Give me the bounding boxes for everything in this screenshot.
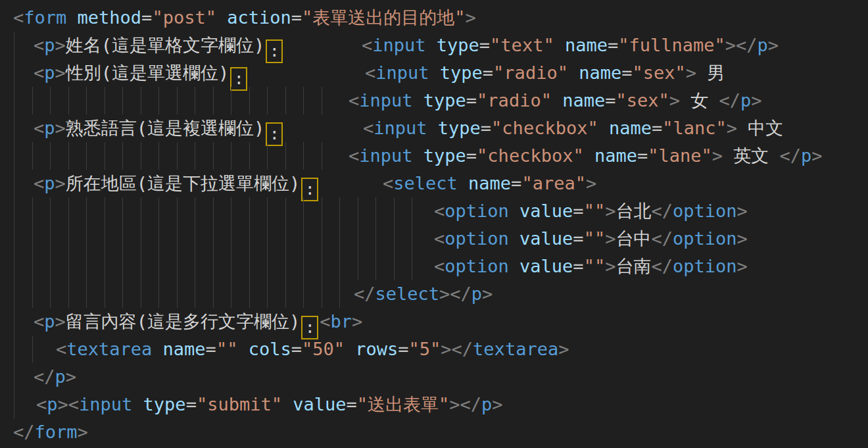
code-token-text <box>132 394 143 414</box>
code-token-attr: name <box>609 118 652 138</box>
code-token-text: 台南 <box>615 256 651 276</box>
code-line[interactable]: </p> <box>0 363 868 391</box>
code-token-str: "radio" <box>477 90 552 111</box>
code-token-tag: option <box>445 201 509 221</box>
code-line[interactable]: <p>熟悉語言(這是複選欄位):<input type="checkbox" n… <box>0 114 868 142</box>
indent-guide <box>14 197 14 225</box>
code-token-punct: < <box>434 228 445 249</box>
code-line[interactable]: <p>所在地區(這是下拉選單欄位):<select name="area"> <box>0 170 868 197</box>
indent-guide <box>231 87 231 114</box>
code-token-punct: > <box>736 256 747 276</box>
indent-guide <box>195 253 195 280</box>
code-token-tag: form <box>35 422 78 442</box>
code-line[interactable]: <form method="post" action="表單送出的目的地"> <box>0 4 868 32</box>
code-token-punct: ></ <box>439 284 471 304</box>
indent-guide <box>14 170 14 197</box>
code-token-attr: rows <box>355 339 398 359</box>
indent-guide <box>14 336 14 363</box>
code-line[interactable]: <p>姓名(這是單格文字欄位):<input type="text" name=… <box>0 32 868 59</box>
indent-guide <box>322 197 322 225</box>
indent-guide <box>158 253 159 280</box>
code-token-punct: </ <box>719 90 741 111</box>
code-line[interactable]: <input type="checkbox" name="lane"> 英文 <… <box>0 142 868 170</box>
code-token-tag: p <box>44 118 55 138</box>
indent-guide <box>32 280 33 308</box>
indent-guide <box>14 114 14 142</box>
code-segment: <input type="text" name="fullname"></p> <box>362 32 779 59</box>
code-line[interactable]: <p><input type="submit" value="送出表單"></p… <box>0 391 868 418</box>
code-line[interactable]: <option value="">台南</option> <box>0 253 868 280</box>
indent-guide <box>412 197 412 225</box>
code-token-tag: p <box>44 173 55 193</box>
code-token-eq: = <box>605 90 615 111</box>
indent-guide <box>249 197 250 225</box>
code-token-attr: type <box>423 90 466 111</box>
code-token-tag: input <box>79 394 132 414</box>
code-token-punct: < <box>363 118 374 138</box>
indent-guide <box>285 197 286 225</box>
indent-guide <box>141 225 141 253</box>
indent-guide <box>158 280 159 308</box>
code-line[interactable]: <option value="">台中</option> <box>0 225 868 253</box>
code-token-text <box>458 173 468 193</box>
code-segment: </p> <box>34 363 76 391</box>
indent-guide <box>50 253 51 280</box>
indent-guide <box>231 225 231 253</box>
indent-guide <box>105 225 105 253</box>
code-line[interactable]: <textarea name="" cols="50" rows="5"></t… <box>0 336 868 363</box>
indent-guide <box>122 225 123 253</box>
code-segment: <p>留言內容(這是多行文字欄位):<br> <box>34 308 362 339</box>
code-line[interactable]: <p>留言內容(這是多行文字欄位):<br> <box>0 308 868 336</box>
indent-guide <box>141 142 141 170</box>
code-token-eq: = <box>291 339 302 359</box>
code-token-punct: < <box>349 90 359 111</box>
code-token-attr: name <box>594 145 637 166</box>
code-token-str: "sex" <box>632 62 685 83</box>
code-token-text: 姓名(這是單格文字欄位) <box>66 35 265 55</box>
code-segment: <p>姓名(這是單格文字欄位): <box>34 32 284 63</box>
code-token-str: "area" <box>521 173 586 193</box>
indent-guide <box>68 87 69 114</box>
code-line[interactable]: </form> <box>0 418 868 446</box>
indent-guide <box>141 253 141 280</box>
indent-guide <box>322 225 322 253</box>
code-token-text <box>584 145 594 166</box>
code-token-text <box>429 62 440 83</box>
code-token-punct: ></ <box>449 394 481 414</box>
code-token-attr: value <box>293 394 346 414</box>
indent-guide <box>303 142 304 170</box>
indent-guide <box>267 142 268 170</box>
code-token-tag: p <box>740 90 751 111</box>
indent-guide <box>68 197 69 225</box>
code-token-text <box>413 145 423 166</box>
code-token-punct: </ <box>13 422 35 442</box>
code-token-attr: name <box>163 339 206 359</box>
code-token-attr: type <box>437 35 479 55</box>
code-line[interactable]: </select></p> <box>0 280 868 308</box>
code-token-punct: > <box>586 173 596 193</box>
code-line[interactable]: <p>性別(這是單選欄位):<input type="radio" name="… <box>0 59 868 87</box>
code-line[interactable]: <input type="radio" name="sex"> 女 </p> <box>0 87 868 114</box>
code-token-punct: > <box>736 201 747 221</box>
code-line[interactable]: <option value="">台北</option> <box>0 197 868 225</box>
code-token-str: "post" <box>152 7 216 28</box>
code-token-eq: = <box>346 394 356 414</box>
code-token-punct: < <box>36 394 47 414</box>
indent-guide <box>158 225 159 253</box>
indent-guide <box>86 87 87 114</box>
code-token-punct: > <box>736 228 747 249</box>
indent-guide <box>68 225 69 253</box>
indent-guide <box>213 197 214 225</box>
indent-guide <box>141 197 141 225</box>
code-token-tag: option <box>673 256 737 276</box>
code-token-text <box>66 7 77 28</box>
indent-guide <box>105 142 105 170</box>
code-token-punct: < <box>56 339 66 359</box>
indent-guide <box>32 87 33 114</box>
code-editor[interactable]: <form method="post" action="表單送出的目的地"><p… <box>0 0 868 448</box>
code-segment: <p>性別(這是單選欄位): <box>34 59 249 91</box>
code-token-str: "lane" <box>648 145 712 166</box>
indent-guide <box>158 87 159 114</box>
code-segment: <select name="area"> <box>383 170 596 197</box>
indent-guide <box>213 225 214 253</box>
